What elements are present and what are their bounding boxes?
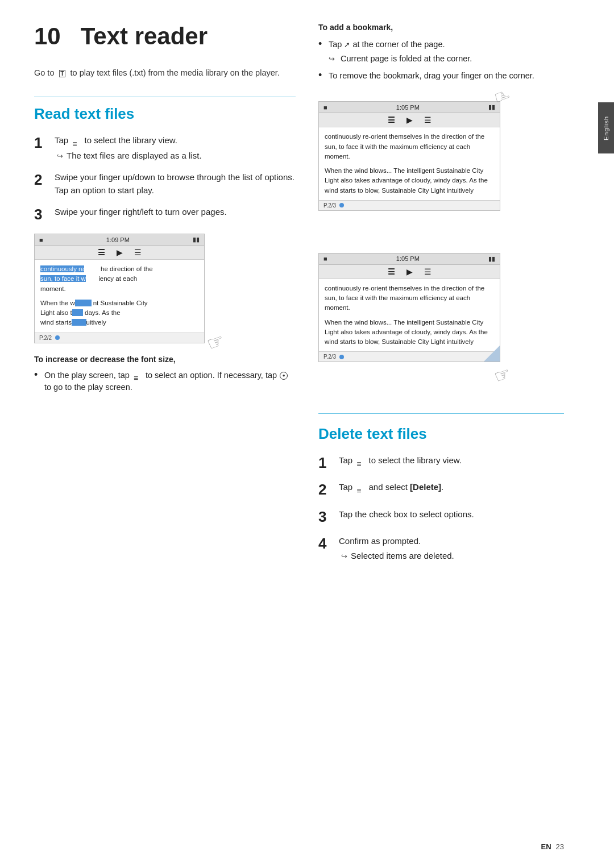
bookmark-bullet-2: • To remove the bookmark, drag your fing… [318, 70, 564, 82]
toolbar-play-icon-r2: ▶ [406, 267, 413, 276]
content-line-1: continuously re he direction of the [40, 264, 198, 274]
font-size-bullets: • On the play screen, tap to select an o… [34, 369, 296, 394]
list-icon-del-2 [356, 484, 365, 492]
content-line-4: When the w nt Sustainable City [40, 298, 198, 308]
rc2-line-3: moment. [325, 303, 494, 313]
device-header-icons-left: ▮▮ [193, 236, 200, 243]
highlighted-4 [72, 309, 83, 316]
chapter-number: 10 [34, 23, 61, 49]
main-content: 10 Text reader Go to T to play text file… [0, 0, 614, 868]
rc2-line-4: When the wind blows... The intelligent S… [325, 318, 494, 327]
device-header-right-2: ■ 1:05 PM ▮▮ [319, 254, 500, 265]
content-line-3: moment. [40, 284, 198, 294]
toolbar-menu-icon-r2: ☰ [424, 267, 432, 276]
toolbar-play-icon-r1: ▶ [406, 115, 413, 124]
rc1-line-6: wind starts to blow, Sustainable City Li… [325, 186, 494, 196]
toolbar-list-icon-r1: ☰ [388, 115, 395, 124]
side-tab-label: English [603, 115, 609, 140]
font-size-section: To increase or decrease the font size, •… [34, 355, 296, 394]
arrow-1: ↪ [57, 151, 63, 162]
footer-page-right-2: P.2/3 [323, 354, 336, 360]
device-content-right-1: continuously re-orient themselves in the… [319, 127, 500, 200]
intro-text: Go to T to play text files (.txt) from t… [34, 67, 296, 80]
section-divider-read [34, 97, 296, 97]
device-time-right-1: 1:05 PM [396, 104, 420, 111]
step-2-number: 2 [34, 171, 55, 189]
toolbar-menu-icon: ☰ [134, 248, 142, 257]
delete-sub-4: ↪ Selected items are deleted. [341, 550, 564, 563]
content-line-2: sun, to face it w iency at each [40, 274, 198, 284]
bookmark-bullets: • Tap ➚ at the corner of the page. ↪ Cur… [318, 39, 564, 82]
device-footer-right-1: P.2/3 [319, 200, 500, 210]
gesture-hand-left: ☞ [204, 329, 227, 356]
step-2-content: Swipe your finger up/down to browse thro… [55, 171, 296, 197]
battery-icon-right-1: ▮▮ [488, 103, 495, 111]
battery-icon: ▮▮ [193, 236, 200, 243]
status-dot-right-1 [339, 203, 344, 207]
device-screenshot-right-1: ■ 1:05 PM ▮▮ ☰ ▶ ☰ [318, 101, 500, 211]
menu-icon-inline [133, 372, 142, 380]
read-text-files-heading: Read text files [34, 105, 296, 123]
toolbar-list-icon: ☰ [98, 248, 105, 257]
battery-icon-right-2: ▮▮ [488, 255, 495, 263]
step-3-number: 3 [34, 206, 55, 223]
footer-page: 23 [556, 842, 564, 851]
footer-wrapper-2: P.2/3 [319, 351, 500, 362]
device-wrapper-right-2: ■ 1:05 PM ▮▮ ☰ ▶ ☰ [318, 243, 500, 374]
bookmark-bullet-2-text: To remove the bookmark, drag your finger… [329, 70, 534, 82]
device-icon-right-1: ■ [323, 104, 327, 111]
font-size-bullet-1: • On the play screen, tap to select an o… [34, 369, 296, 394]
chapter-title: Text reader [81, 23, 208, 49]
delete-step-3: 3 Tap the check box to select options. [318, 508, 564, 526]
device-wrapper-right-1: ■ 1:05 PM ▮▮ ☰ ▶ ☰ [318, 91, 500, 222]
rc2-line-6: wind starts to blow, Sustainable City Li… [325, 337, 494, 347]
step-3-content: Swipe your finger right/left to turn ove… [55, 206, 296, 219]
step-1-content: Tap to select the library view. ↪ The te… [55, 134, 296, 162]
step-1: 1 Tap to select the library view. ↪ The … [34, 134, 296, 162]
device-toolbar-left: ☰ ▶ ☰ [35, 246, 204, 260]
footer-page-left: P.2/2 [39, 335, 52, 341]
toolbar-play-icon: ▶ [117, 248, 123, 257]
device-toolbar-right-2: ☰ ▶ ☰ [319, 265, 500, 279]
bookmark-heading: To add a bookmark, [318, 23, 564, 32]
font-size-heading: To increase or decrease the font size, [34, 355, 296, 364]
delete-step-4: 4 Confirm as prompted. ↪ Selected items … [318, 535, 564, 563]
delete-section: Delete text files 1 Tap to select the li… [318, 425, 564, 563]
device-icon-right-2: ■ [323, 255, 327, 262]
toolbar-menu-icon-r1: ☰ [424, 115, 432, 124]
bookmark-sub-1: ↪ Current page is folded at the corner. [329, 53, 472, 65]
device-time-right-2: 1:05 PM [396, 255, 420, 262]
read-steps-list: 1 Tap to select the library view. ↪ The … [34, 134, 296, 223]
side-language-tab: English [598, 102, 614, 153]
delete-sub-4-text: Selected items are deleted. [351, 550, 454, 563]
device-time-left: 1:09 PM [106, 236, 130, 243]
header-icons-right-1: ▮▮ [488, 103, 495, 111]
status-dot-right-2 [339, 355, 344, 359]
bookmark-icon-inline: ➚ [344, 39, 350, 51]
device-content-left: continuously re he direction of the sun,… [35, 260, 204, 333]
delete-step-1: 1 Tap to select the library view. [318, 454, 564, 472]
fold-corner-1 [484, 127, 500, 143]
step-3: 3 Swipe your finger right/left to turn o… [34, 206, 296, 223]
device-footer-right-2: P.2/3 [319, 351, 500, 362]
delete-step-3-content: Tap the check box to select options. [339, 508, 564, 521]
step-1-number: 1 [34, 134, 55, 152]
highlighted-1: continuously re [40, 265, 84, 272]
device-toolbar-right-1: ☰ ▶ ☰ [319, 113, 500, 127]
spacer [318, 391, 564, 413]
delete-bold: [Delete] [410, 482, 441, 492]
page: English 10 Text reader Go to T to play t… [0, 0, 614, 868]
step-1-sub-text: The text files are displayed as a list. [67, 149, 202, 163]
delete-step-4-content: Confirm as prompted. ↪ Selected items ar… [339, 535, 564, 563]
bookmark-bullet-1: • Tap ➚ at the corner of the page. ↪ Cur… [318, 39, 564, 65]
device-content-right-2: continuously re-orient themselves in the… [319, 279, 500, 352]
page-footer: EN 23 [541, 842, 564, 851]
rc1-line-3: moment. [325, 152, 494, 161]
highlighted-3 [75, 300, 92, 306]
device-footer-left: P.2/2 [35, 333, 204, 343]
rc1-line-5: Light also takes advantage of cloudy, wi… [325, 176, 494, 185]
screen-content-wrapper-1: continuously re-orient themselves in the… [319, 127, 500, 200]
bullet-dot-1: • [34, 369, 44, 381]
delete-step-3-number: 3 [318, 508, 339, 526]
right-column: To add a bookmark, • Tap ➚ at the corner… [318, 23, 564, 845]
